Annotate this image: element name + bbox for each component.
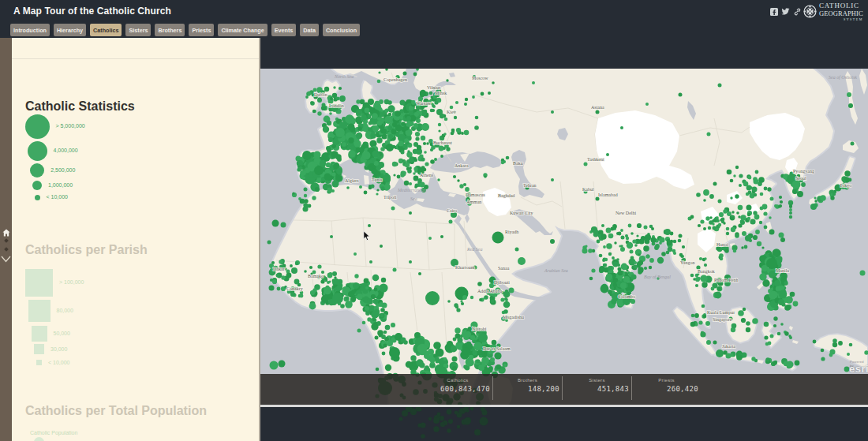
tab-events[interactable]: Events [271,24,297,36]
city-label: Mediterranean [397,188,426,192]
logo-line2: GEOGRAPHIC [819,10,863,17]
catholic-dot-dim [433,426,439,432]
catholic-dot [650,237,656,242]
catholic-dot [414,112,419,117]
city-label: Athens [420,173,434,178]
catholic-dot [371,311,378,318]
catholic-dot [636,234,638,237]
catholic-dot [446,147,450,151]
catholic-dot [371,294,376,299]
catholic-dot [372,151,380,158]
catholic-dot [679,93,683,97]
catholic-dot [443,147,446,150]
catholic-dot [709,194,714,199]
island-halmahera [789,326,793,331]
catholic-dot [446,79,448,81]
catholic-dot [690,322,696,327]
catholic-dot-dim [437,413,441,417]
tab-sisters[interactable]: Sisters [125,24,151,36]
home-icon[interactable] [2,229,10,237]
catholic-dot [340,304,345,308]
twitter-icon[interactable] [781,8,790,16]
catholic-dot [324,87,329,92]
tab-conclusion[interactable]: Conclusion [323,24,360,36]
tab-data[interactable]: Data [300,24,319,36]
catholic-dot [365,108,370,114]
legend-label: < 10,000 [47,194,68,200]
catholic-dot [851,142,855,146]
catholic-dot [270,361,279,370]
city-label: Moscow [472,76,488,80]
catholic-dot [382,352,386,356]
catholic-dot [413,166,417,170]
catholic-dot [279,260,282,263]
catholic-dot [346,297,350,301]
catholic-dot [332,293,343,304]
catholic-dot [455,101,458,104]
catholic-dot [848,103,853,108]
catholic-dot [424,151,427,154]
catholic-dot [745,235,751,241]
city-label: Jakarta [722,344,735,349]
catholic-dot [374,161,379,166]
sidebar-divider [12,58,260,59]
city-label: Warsaw [416,101,432,106]
catholic-geographic-logo[interactable]: CATHOLIC GEOGRAPHIC SYSTEM [803,2,863,21]
catholic-dot [743,181,749,187]
tab-priests[interactable]: Priests [189,24,214,36]
link-icon[interactable] [793,8,802,16]
catholic-dot [690,215,694,219]
narrative-sidebar[interactable]: Catholic Statistics> 5,000,0004,000,0002… [12,38,260,441]
catholic-dot [420,92,425,97]
catholic-dot [357,293,362,299]
tab-catholics[interactable]: Catholics [90,24,122,36]
catholic-dot [726,232,729,235]
catholic-dot [612,256,615,260]
catholic-dot [759,221,762,224]
catholic-dot [618,267,622,271]
catholic-dot [620,229,623,232]
catholic-dot [720,257,724,261]
tab-introduction[interactable]: Introduction [10,24,50,36]
logo-line1: CATHOLIC [819,2,863,9]
catholic-dot [312,196,316,200]
catholic-dot [608,290,612,294]
catholic-dot [328,280,331,282]
catholic-dot [764,335,768,339]
catholic-dot [738,223,742,227]
catholic-dot [596,197,600,201]
nav-dot-icon[interactable] [4,238,9,243]
tab-climate-change[interactable]: Climate Change [218,24,267,36]
catholic-dot [610,270,614,274]
catholic-dot [368,127,372,131]
stat-sisters: Sisters451,843 [562,376,631,400]
facebook-icon[interactable] [770,8,778,16]
nav-dot-icon[interactable] [4,247,9,252]
catholic-dot [758,177,765,183]
catholic-dot [784,331,788,335]
catholic-dot [490,357,495,362]
catholic-dot-dim [421,434,425,439]
city-label: Amman [466,200,481,204]
catholic-dot [290,292,295,297]
city-label: Arabian Sea [544,268,568,273]
catholic-dot [746,321,750,326]
compass-cross-icon [803,5,817,18]
catholic-dot [604,258,608,261]
catholic-dot [830,196,834,200]
catholic-dot [617,263,620,267]
world-map[interactable]: North SeaCopenhagenDublinLondonMinskViln… [260,69,868,407]
catholic-dot [703,189,709,196]
catholic-dot [380,186,384,190]
catholic-dot [332,93,337,98]
catholic-dot [763,211,767,215]
chevron-down-icon[interactable] [1,256,11,263]
catholic-dot [365,306,369,311]
catholic-dot [376,171,380,176]
map-dots-overflow [260,407,868,441]
esri-logo[interactable]: esri [849,363,868,375]
tab-hierarchy[interactable]: Hierarchy [54,24,86,36]
tab-brothers[interactable]: Brothers [155,24,185,36]
catholic-dot [744,245,748,249]
catholic-dot [425,162,428,166]
